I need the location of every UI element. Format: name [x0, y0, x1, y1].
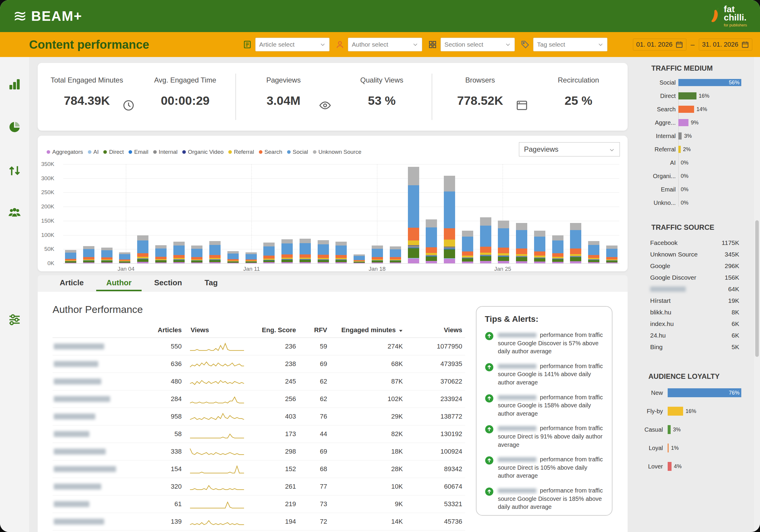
author-row[interactable]: 581734482K130192	[53, 425, 465, 443]
bar-jan-06[interactable]	[155, 164, 166, 263]
bar-jan-26[interactable]	[516, 164, 527, 263]
bar-jan-02[interactable]	[83, 164, 94, 263]
author-row[interactable]: 3382986918K100924	[53, 443, 465, 460]
select-article[interactable]: Article select	[255, 38, 330, 51]
bar-jan-25[interactable]	[498, 164, 509, 263]
author-row[interactable]: 9584037629K138772	[53, 408, 465, 425]
col-engaged-minutes[interactable]: Engaged minutes	[330, 326, 406, 334]
traffic-source-row-blikkhu[interactable]: blikk.hu8K	[650, 306, 739, 318]
bar-jan-12[interactable]	[263, 164, 275, 263]
bar-jan-28[interactable]	[552, 164, 563, 263]
bar-jan-04[interactable]	[119, 164, 130, 263]
legend-item-referral[interactable]: Referral	[228, 149, 254, 155]
traffic-source-row-24hu[interactable]: 24.hu6K	[650, 329, 739, 341]
bar-jan-31[interactable]	[606, 164, 618, 263]
author-row[interactable]: 4802456287K370622	[53, 373, 465, 390]
tab-article[interactable]: Article	[50, 276, 94, 291]
bar-jan-09[interactable]	[209, 164, 220, 263]
bar-jan-17[interactable]	[354, 164, 365, 263]
traffic-medium-row-organi[interactable]: Organi...0%	[635, 172, 754, 180]
bar-jan-13[interactable]	[281, 164, 293, 263]
nav-audience-icon[interactable]	[8, 206, 22, 219]
traffic-medium-row-direct[interactable]: Direct16%	[635, 92, 754, 99]
bar-jan-07[interactable]	[173, 164, 185, 263]
audience-loyalty-row-flyby[interactable]: Fly-by16%	[635, 407, 754, 415]
tab-section[interactable]: Section	[144, 276, 192, 291]
nav-bar-chart-icon[interactable]	[8, 77, 22, 91]
bar-jan-01[interactable]	[65, 164, 76, 263]
bar-jan-30[interactable]	[588, 164, 599, 263]
date-from-field[interactable]: 01. 01. 2026	[633, 39, 687, 50]
col-rfv[interactable]: RFV	[299, 326, 330, 334]
bar-jan-29[interactable]	[570, 164, 581, 263]
traffic-medium-row-aggre[interactable]: Aggre...9%	[635, 119, 754, 126]
bar-jan-19[interactable]	[390, 164, 401, 263]
bar-jan-03[interactable]	[101, 164, 113, 263]
traffic-source-row-googlediscover[interactable]: Google Discover156K	[650, 272, 739, 283]
col-articles[interactable]: Articles	[151, 326, 185, 334]
traffic-medium-row-internal[interactable]: Internal3%	[635, 132, 754, 139]
traffic-source-row-unknownsource[interactable]: Unknown Source345K	[650, 249, 739, 260]
traffic-source-row-indexhu[interactable]: index.hu6K	[650, 318, 739, 329]
author-row[interactable]: 1391947214K45736	[53, 513, 465, 531]
select-author[interactable]: Author select	[348, 38, 422, 51]
legend-item-unknown-source[interactable]: Unknown Source	[313, 149, 361, 155]
tab-author[interactable]: Author	[96, 276, 142, 291]
legend-item-ai[interactable]: AI	[88, 149, 99, 155]
chart-metric-select[interactable]: Pageviews	[519, 142, 620, 157]
traffic-medium-row-search[interactable]: Search14%	[635, 106, 754, 113]
bar-jan-15[interactable]	[318, 164, 329, 263]
col-eng-score[interactable]: Eng. Score	[249, 326, 299, 334]
nav-settings-icon[interactable]	[8, 313, 22, 326]
select-section[interactable]: Section select	[441, 38, 515, 51]
scrollbar[interactable]	[754, 57, 760, 532]
traffic-medium-row-social[interactable]: Social56%	[635, 79, 754, 86]
scrollbar-thumb[interactable]	[755, 220, 759, 357]
audience-loyalty-row-casual[interactable]: Casual3%	[635, 425, 754, 434]
bar-jan-08[interactable]	[191, 164, 203, 263]
legend-item-aggregators[interactable]: Aggregators	[47, 149, 83, 155]
tips-panel[interactable]: Tips & Alerts: performance from traffic …	[476, 306, 612, 516]
bar-jan-14[interactable]	[300, 164, 311, 263]
legend-item-internal[interactable]: Internal	[153, 149, 177, 155]
calendar-icon[interactable]	[675, 41, 683, 48]
traffic-medium-row-referral[interactable]: Referral2%	[635, 146, 754, 153]
col-views[interactable]: Views	[406, 326, 465, 334]
bar-jan-24[interactable]	[480, 164, 491, 263]
calendar-icon[interactable]	[741, 41, 749, 48]
author-row[interactable]: 1541526828K89342	[53, 460, 465, 478]
legend-item-organic-video[interactable]: Organic Video	[182, 149, 223, 155]
bar-jan-10[interactable]	[227, 164, 239, 263]
nav-traffic-arrows-icon[interactable]	[8, 164, 22, 177]
author-row[interactable]: 6362386968K473935	[53, 355, 465, 373]
bar-jan-16[interactable]	[335, 164, 347, 263]
col-views-trend[interactable]: Views	[185, 326, 249, 334]
traffic-source-row-redacted[interactable]: 64K	[650, 283, 739, 295]
tab-tag[interactable]: Tag	[194, 276, 228, 291]
audience-loyalty-row-lover[interactable]: Lover4%	[635, 462, 754, 471]
traffic-medium-row-unkno[interactable]: Unkno...0%	[635, 199, 754, 206]
bar-jan-05[interactable]	[137, 164, 148, 263]
author-row[interactable]: 3202617710K60674	[53, 478, 465, 496]
traffic-medium-row-ai[interactable]: AI0%	[635, 159, 754, 166]
traffic-source-row-google[interactable]: Google296K	[650, 260, 739, 272]
legend-item-search[interactable]: Search	[259, 149, 282, 155]
bar-jan-21[interactable]	[426, 164, 437, 263]
bar-jan-11[interactable]	[246, 164, 257, 263]
traffic-medium-row-email[interactable]: Email0%	[635, 186, 754, 193]
nav-pie-chart-icon[interactable]	[8, 120, 22, 134]
bar-jan-18[interactable]	[372, 164, 383, 263]
traffic-source-row-bing[interactable]: Bing5K	[650, 341, 739, 353]
select-tag[interactable]: Tag select	[533, 38, 607, 51]
bar-jan-22[interactable]	[444, 164, 455, 263]
author-row[interactable]: 28425662102K233924	[53, 390, 465, 408]
date-to-field[interactable]: 31. 01. 2026	[699, 39, 752, 50]
audience-loyalty-row-loyal[interactable]: Loyal1%	[635, 444, 754, 453]
legend-item-social[interactable]: Social	[287, 149, 308, 155]
legend-item-email[interactable]: Email	[128, 149, 148, 155]
legend-item-direct[interactable]: Direct	[103, 149, 124, 155]
author-row[interactable]: 61219739K53321	[53, 496, 465, 513]
bar-jan-27[interactable]	[534, 164, 546, 263]
traffic-source-row-hrstart[interactable]: Hírstart19K	[650, 295, 739, 306]
bar-jan-23[interactable]	[462, 164, 473, 263]
